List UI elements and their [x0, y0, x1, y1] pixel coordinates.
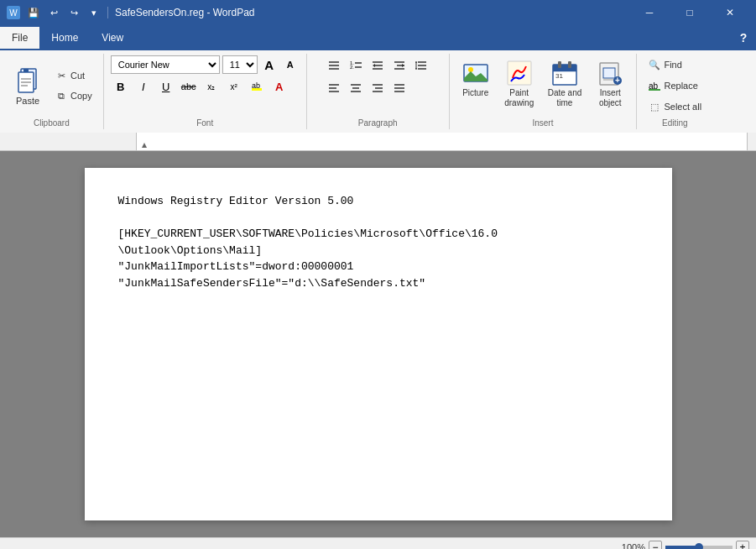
strikethrough-button[interactable]: abc: [179, 76, 199, 97]
ribbon-tab-bar: File Home View ?: [0, 25, 756, 50]
select-all-button[interactable]: ⬚ Select all: [644, 97, 706, 116]
document-content[interactable]: Windows Registry Editor Version 5.00 [HK…: [118, 193, 639, 291]
cut-button[interactable]: ✂ Cut: [50, 66, 96, 85]
font-group-content: Courier New 11 A A B I U abc x₂ x² ab A: [111, 55, 300, 108]
title-bar-left: W 💾 ↩ ↪ ▾ SafeSendersOn.reg - WordPad: [7, 5, 255, 20]
para-group-content: 1.2.: [324, 55, 431, 110]
grow-font-button[interactable]: A: [260, 55, 279, 74]
svg-rect-47: [558, 61, 561, 68]
font-family-select[interactable]: Courier New: [111, 55, 220, 74]
line-spacing-button[interactable]: [411, 55, 431, 76]
zoom-slider[interactable]: [665, 546, 733, 549]
font-size-select[interactable]: 11: [222, 55, 258, 74]
zoom-in-button[interactable]: +: [736, 541, 749, 550]
quick-access-toolbar: 💾 ↩ ↪ ▾: [25, 5, 110, 20]
find-button[interactable]: 🔍 Find: [644, 55, 706, 74]
bold-button[interactable]: B: [111, 76, 131, 97]
ruler-inner: [136, 133, 748, 150]
font-row-1: Courier New 11 A A: [111, 55, 300, 74]
insert-object-label: Insertobject: [599, 88, 622, 108]
editing-label: Editing: [637, 118, 712, 128]
window-title: SafeSendersOn.reg - WordPad: [115, 7, 255, 18]
clipboard-label: Clipboard: [0, 118, 103, 128]
picture-icon: [461, 58, 491, 88]
bullet-list-button[interactable]: [324, 55, 344, 76]
svg-text:+: +: [615, 76, 620, 85]
svg-marker-27: [415, 61, 417, 63]
paint-drawing-button[interactable]: Paintdrawing: [500, 55, 539, 111]
zoom-out-button[interactable]: −: [649, 541, 662, 550]
numbered-list-button[interactable]: 1.2.: [346, 55, 366, 76]
paint-label: Paintdrawing: [504, 88, 534, 108]
font-group: Courier New 11 A A B I U abc x₂ x² ab A: [104, 54, 307, 129]
clipboard-group: Paste ✂ Cut ⧉ Copy Clipboard: [0, 54, 104, 129]
zoom-level: 100%: [622, 542, 645, 550]
highlight-color-button[interactable]: ab: [247, 76, 267, 97]
datetime-label: Date andtime: [548, 88, 582, 108]
superscript-button[interactable]: x²: [224, 76, 244, 97]
paste-button[interactable]: Paste: [7, 61, 49, 110]
redo-button[interactable]: ↪: [65, 5, 82, 20]
svg-text:2.: 2.: [350, 65, 354, 70]
paint-icon: [504, 58, 534, 88]
ribbon: Paste ✂ Cut ⧉ Copy Clipboard Courier New: [0, 50, 756, 133]
svg-rect-52: [603, 68, 615, 78]
cut-icon: ✂: [55, 69, 68, 82]
minimize-button[interactable]: ─: [630, 0, 669, 25]
para-row-2: [324, 78, 431, 98]
shrink-font-button[interactable]: A: [281, 55, 300, 74]
title-bar: W 💾 ↩ ↪ ▾ SafeSendersOn.reg - WordPad ─ …: [0, 0, 756, 25]
decrease-indent-button[interactable]: [368, 55, 388, 76]
document-area[interactable]: Windows Registry Editor Version 5.00 [HK…: [0, 151, 756, 537]
paste-label: Paste: [16, 96, 39, 106]
align-right-button[interactable]: [368, 78, 388, 98]
svg-rect-48: [568, 61, 571, 68]
app-icon: W: [7, 6, 20, 19]
cut-copy-group: ✂ Cut ⧉ Copy: [50, 66, 96, 105]
window-controls: ─ □ ✕: [630, 0, 749, 25]
svg-text:31: 31: [555, 72, 563, 80]
svg-marker-18: [373, 64, 375, 67]
paste-icon: [13, 65, 43, 96]
insert-group: Picture Paintdrawing: [450, 54, 638, 129]
justify-button[interactable]: [389, 78, 409, 98]
ruler: [0, 133, 756, 151]
zoom-slider-fill: [665, 546, 699, 549]
help-button[interactable]: ?: [731, 25, 756, 50]
increase-indent-button[interactable]: [389, 55, 409, 76]
insert-group-content: Picture Paintdrawing: [456, 55, 630, 123]
font-color-button[interactable]: A: [269, 76, 289, 97]
insert-object-button[interactable]: + Insertobject: [591, 55, 629, 111]
paragraph-group: 1.2.: [307, 54, 450, 129]
align-center-button[interactable]: [346, 78, 366, 98]
quick-access-dropdown[interactable]: ▾: [86, 5, 102, 20]
datetime-button[interactable]: 31 Date andtime: [544, 55, 587, 111]
replace-button[interactable]: ab Replace: [644, 76, 706, 95]
tab-file[interactable]: File: [0, 27, 39, 49]
document-page[interactable]: Windows Registry Editor Version 5.00 [HK…: [85, 168, 672, 520]
tab-home[interactable]: Home: [39, 27, 90, 49]
save-button[interactable]: 💾: [25, 5, 42, 20]
copy-button[interactable]: ⧉ Copy: [50, 86, 96, 105]
underline-button[interactable]: U: [156, 76, 176, 97]
undo-button[interactable]: ↩: [45, 5, 62, 20]
italic-button[interactable]: I: [133, 76, 154, 97]
editing-group: 🔍 Find ab Replace ⬚ Select all Editing: [637, 54, 712, 129]
font-label: Font: [104, 118, 306, 128]
maximize-button[interactable]: □: [670, 0, 709, 25]
svg-rect-46: [553, 65, 576, 71]
select-all-icon: ⬚: [648, 100, 661, 113]
align-left-button[interactable]: [324, 78, 344, 98]
para-row-1: 1.2.: [324, 55, 431, 76]
svg-rect-2: [23, 69, 29, 72]
subscript-button[interactable]: x₂: [201, 76, 222, 97]
close-button[interactable]: ✕: [711, 0, 749, 25]
editing-group-content: 🔍 Find ab Replace ⬚ Select all: [644, 55, 706, 128]
picture-button[interactable]: Picture: [456, 55, 495, 101]
clipboard-group-content: Paste ✂ Cut ⧉ Copy: [7, 55, 96, 128]
zoom-slider-thumb: [695, 543, 703, 550]
zoom-controls: 100% − +: [622, 541, 749, 550]
paragraph-label: Paragraph: [307, 118, 449, 128]
tab-view[interactable]: View: [90, 27, 135, 49]
copy-icon: ⧉: [55, 89, 68, 102]
